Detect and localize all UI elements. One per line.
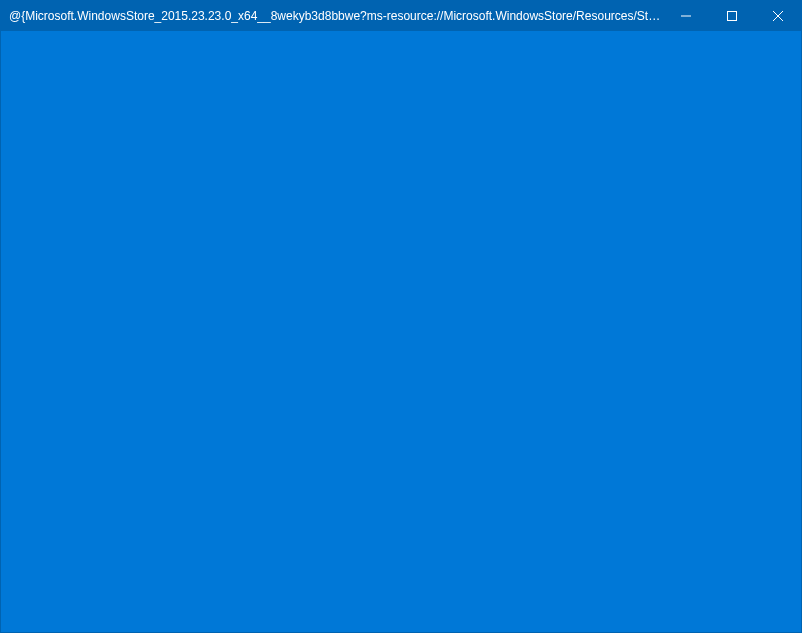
close-button[interactable] bbox=[755, 1, 801, 31]
app-window: @{Microsoft.WindowsStore_2015.23.23.0_x6… bbox=[0, 0, 802, 633]
maximize-button[interactable] bbox=[709, 1, 755, 31]
minimize-icon bbox=[681, 11, 691, 21]
content-area bbox=[1, 31, 801, 632]
minimize-button[interactable] bbox=[663, 1, 709, 31]
titlebar: @{Microsoft.WindowsStore_2015.23.23.0_x6… bbox=[1, 1, 801, 31]
close-icon bbox=[773, 11, 783, 21]
svg-rect-1 bbox=[728, 12, 737, 21]
window-title: @{Microsoft.WindowsStore_2015.23.23.0_x6… bbox=[1, 1, 663, 31]
window-controls bbox=[663, 1, 801, 31]
maximize-icon bbox=[727, 11, 737, 21]
